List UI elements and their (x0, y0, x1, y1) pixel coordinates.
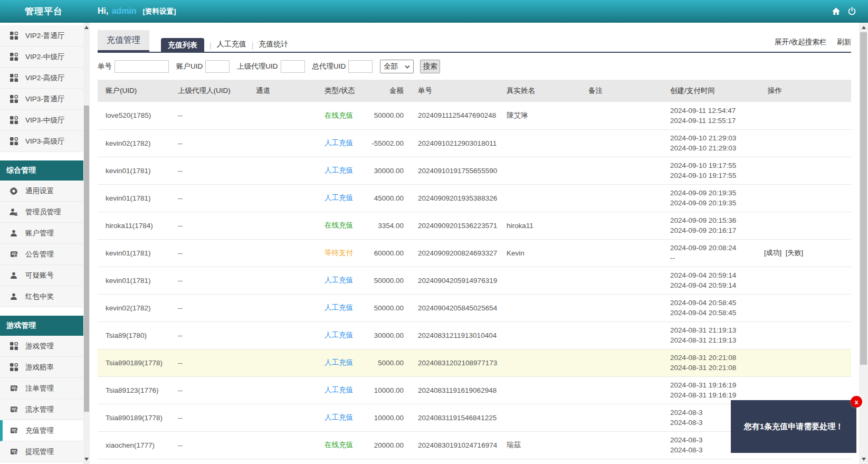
cell-remark (580, 239, 662, 267)
user-icon (9, 292, 18, 301)
cell-channel (248, 102, 317, 129)
col-real-name: 真实姓名 (499, 80, 580, 102)
tab-recharge-stats[interactable]: 充值统计 (259, 40, 288, 52)
sidebar-item-vip3-high[interactable]: VIP3-高级厅 (0, 131, 83, 152)
sidebar-item-label: VIP3-普通厅 (25, 94, 64, 104)
col-amount: 金额 (367, 80, 410, 102)
tab-separator: | (252, 41, 254, 52)
sidebar-item-account-management[interactable]: 账户管理 (0, 223, 83, 244)
cell-order-no: 20240911125447690248 (410, 102, 499, 129)
cell-remark (580, 129, 662, 157)
sidebar-item-label: 注单管理 (25, 384, 54, 393)
sidebar-item-withdraw-management[interactable]: 提现管理 (0, 441, 83, 462)
tab-manual-recharge[interactable]: 人工充值 (217, 40, 246, 52)
sidebar-item-vip2-normal[interactable]: VIP2-普通厅 (0, 25, 83, 46)
master-agent-uid-input[interactable] (348, 60, 373, 73)
page-title: 充值管理 (98, 30, 149, 52)
sidebar-item-general-settings[interactable]: 通用设置 (0, 181, 83, 202)
cell-time: 2024-08-31 20:21:082024-08-31 20:21:08 (662, 349, 760, 376)
col-account: 账户(UID) (98, 80, 170, 102)
cell-actions (760, 294, 851, 321)
search-button[interactable]: 搜索 (420, 60, 440, 73)
refresh-link[interactable]: 刷新 (837, 38, 851, 46)
page-scrollbar-thumb[interactable] (860, 32, 867, 365)
cell-status: 人工充值 (317, 184, 367, 212)
cell-status: 人工充值 (317, 321, 367, 349)
sidebar-item-recharge-management[interactable]: 充值管理 (0, 420, 83, 441)
tab-recharge-list[interactable]: 充值列表 (161, 38, 204, 52)
sidebar-item-red-envelope[interactable]: 红包中奖 (0, 286, 83, 307)
cell-actions (760, 321, 851, 349)
cell-channel (248, 267, 317, 294)
toast-close-button[interactable]: x (851, 396, 862, 408)
home-icon[interactable] (832, 7, 841, 16)
order-no-input[interactable] (115, 60, 169, 73)
power-icon[interactable] (847, 7, 856, 16)
sidebar-scrollbar-thumb[interactable] (84, 106, 89, 412)
cell-actions (760, 184, 851, 212)
scroll-up-icon[interactable] (83, 24, 90, 31)
cell-order-no: 20240831191546841225 (410, 404, 499, 431)
table-row-highlighted: Tsia890189(1778) -- 人工充值 5000.00 2024083… (98, 349, 851, 376)
cell-actions: [成功] [失败] (760, 239, 851, 267)
cell-actions (760, 212, 851, 239)
sidebar-item-turnover-management[interactable]: 流水管理 (0, 399, 83, 420)
cell-channel (248, 294, 317, 321)
sidebar-item-label: 公告管理 (25, 250, 54, 259)
cell-amount: -55002.00 (367, 129, 410, 157)
cell-account: kevin01(1781) (98, 184, 170, 212)
approve-link[interactable]: [成功] (764, 249, 781, 257)
grid-icon (9, 116, 18, 125)
module-header: 充值管理 充值列表 | 人工充值 | 充值统计 展开/收起搜索栏 刷新 (98, 30, 851, 53)
sidebar-item-game-odds[interactable]: 游戏赔率 (0, 357, 83, 378)
sidebar-item-bet-management[interactable]: 注单管理 (0, 378, 83, 399)
parent-agent-uid-input[interactable] (281, 60, 305, 73)
type-select[interactable]: 全部 (380, 60, 414, 73)
sidebar-item-vip2-mid[interactable]: VIP2-中级厅 (0, 46, 83, 68)
sidebar-item-vip3-mid[interactable]: VIP3-中级厅 (0, 110, 83, 131)
sidebar-item-suspicious-accounts[interactable]: 可疑账号 (0, 265, 83, 286)
cell-real-name (499, 294, 580, 321)
sidebar-item-admin-management[interactable]: 管理员管理 (0, 202, 83, 223)
cell-remark (580, 404, 662, 431)
scroll-up-icon[interactable] (859, 24, 868, 31)
cell-order-no: 20240909201536223571 (410, 212, 499, 239)
toggle-search-link[interactable]: 展开/收起搜索栏 (775, 38, 826, 46)
scroll-down-icon[interactable] (83, 456, 90, 463)
cell-remark (580, 321, 662, 349)
sidebar-item-game-management[interactable]: 游戏管理 (0, 336, 83, 357)
sidebar-item-label: 提现管理 (25, 447, 54, 457)
col-remark: 备注 (580, 80, 662, 102)
cell-actions (760, 102, 851, 129)
sidebar-item-label: VIP2-高级厅 (25, 73, 64, 83)
cell-account: kevin02(1782) (98, 294, 170, 321)
sidebar-scrollbar[interactable] (83, 23, 90, 464)
sidebar-item-vip2-high[interactable]: VIP2-高级厅 (0, 68, 83, 89)
cell-time: 2024-09-09 20:19:352024-09-09 20:19:35 (662, 184, 760, 212)
scroll-down-icon[interactable] (859, 456, 868, 463)
sidebar-item-label: VIP3-中级厅 (25, 116, 64, 125)
cell-order-no: 20240830191024716974 (410, 431, 499, 459)
document-icon (9, 384, 18, 393)
type-select-value: 全部 (384, 62, 398, 71)
cell-actions (760, 349, 851, 376)
cell-parent: -- (170, 431, 248, 459)
cell-channel (248, 431, 317, 459)
cell-order-no: 20240831202108977173 (410, 349, 499, 376)
sidebar-item-label: VIP2-中级厅 (25, 52, 64, 62)
reject-link[interactable]: [失败] (786, 249, 803, 257)
cell-remark (580, 349, 662, 376)
grid-icon (9, 32, 18, 40)
cell-real-name (499, 184, 580, 212)
recharge-toast[interactable]: 您有1条充值申请需要处理！ x (731, 400, 856, 453)
col-create-pay-time: 创建/支付时间 (662, 80, 760, 102)
document-icon (9, 427, 18, 435)
account-uid-input[interactable] (205, 60, 230, 73)
toast-message: 您有1条充值申请需要处理！ (744, 422, 843, 432)
sidebar-item-announcement-management[interactable]: 公告管理 (0, 244, 83, 265)
profile-settings-link[interactable]: [资料设置] (143, 7, 176, 16)
sidebar-section-general: 综合管理 (0, 160, 83, 181)
sidebar-item-vip3-normal[interactable]: VIP3-普通厅 (0, 89, 83, 110)
cell-amount: 30000.00 (367, 321, 410, 349)
cell-amount: 50000.00 (367, 267, 410, 294)
